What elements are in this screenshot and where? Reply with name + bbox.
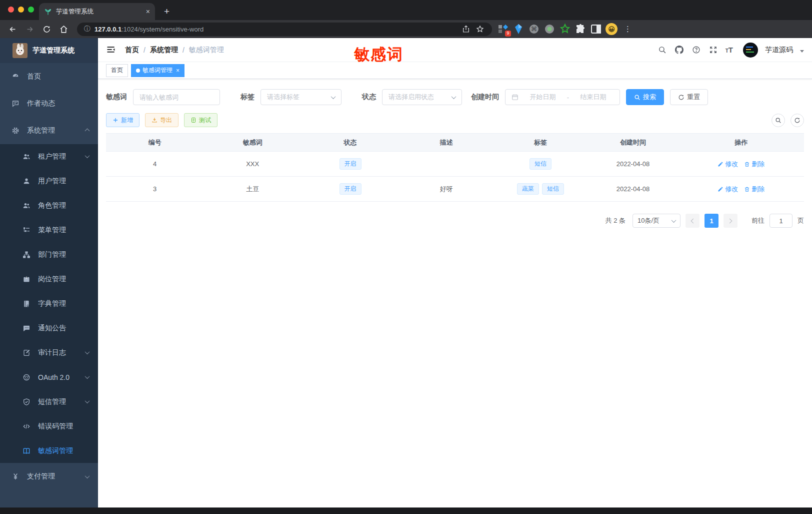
tag-tab-home[interactable]: 首页 <box>106 64 128 77</box>
keyword-input[interactable] <box>140 94 214 101</box>
font-size-icon[interactable]: TT <box>726 46 733 54</box>
page-size-select[interactable]: 10条/页 <box>632 214 680 228</box>
sidebar-item-error-code[interactable]: 错误码管理 <box>0 414 98 438</box>
breadcrumb-system[interactable]: 系统管理 <box>150 46 178 55</box>
site-info-icon[interactable]: ⓘ <box>84 25 90 34</box>
sidebar-item-sensitive-word[interactable]: 敏感词管理 <box>0 438 98 463</box>
address-bar[interactable]: ⓘ 127.0.0.1 :1024/system/sensitive-word <box>77 23 492 36</box>
fullscreen-icon[interactable] <box>708 45 718 55</box>
sidebar-item-menu[interactable]: 菜单管理 <box>0 218 98 242</box>
add-button[interactable]: 新增 <box>106 113 140 127</box>
chevron-down-icon <box>452 94 456 99</box>
cell-id: 3 <box>106 177 204 202</box>
zoom-window-button[interactable] <box>28 7 34 13</box>
sidebar-item-audit-log[interactable]: 审计日志 <box>0 340 98 365</box>
main-area: 敏感词 首页 / 系统管理 / 敏感词管理 <box>98 38 812 507</box>
test-button[interactable]: 测试 <box>184 113 218 127</box>
search-icon[interactable] <box>658 45 668 55</box>
chevron-down-icon[interactable] <box>800 50 804 53</box>
sidebar-item-system[interactable]: 系统管理 <box>0 117 98 144</box>
status-select[interactable]: 请选择启用状态 <box>382 89 462 105</box>
sidebar-item-dept[interactable]: 部门管理 <box>0 242 98 267</box>
edit-button[interactable]: 修改 <box>718 160 738 169</box>
comment-icon <box>22 324 31 333</box>
refresh-table-button[interactable] <box>790 114 804 127</box>
bookmark-star-icon[interactable] <box>476 25 484 33</box>
extension-grid-icon[interactable]: 9 <box>497 23 509 35</box>
delete-button[interactable]: 删除 <box>744 185 764 194</box>
cell-word: 土豆 <box>204 177 301 202</box>
sidebar-item-role[interactable]: 角色管理 <box>0 193 98 218</box>
tag-tab-sensitive-word[interactable]: 敏感词管理 × <box>131 64 184 77</box>
status-badge: 开启 <box>340 183 362 195</box>
log-icon <box>22 348 31 357</box>
browser-tab[interactable]: 芋道管理系统 × <box>39 3 155 20</box>
sidebar-item-notice[interactable]: 通知公告 <box>0 316 98 340</box>
favicon-plant-icon <box>44 8 52 16</box>
goto-page-input[interactable] <box>770 214 792 228</box>
status-label: 状态 <box>362 93 376 102</box>
user-avatar[interactable] <box>743 43 758 58</box>
delete-button[interactable]: 删除 <box>744 160 764 169</box>
home-icon[interactable] <box>56 22 70 36</box>
chevron-down-icon <box>85 374 90 379</box>
sidebar-item-pay[interactable]: 支付管理 <box>0 463 98 490</box>
side-panel-icon[interactable] <box>590 23 602 35</box>
date-range-picker[interactable]: 开始日期 - 结束日期 <box>505 89 620 105</box>
user-name[interactable]: 芋道源码 <box>765 46 793 55</box>
edit-button[interactable]: 修改 <box>718 185 738 194</box>
extension-record-icon[interactable] <box>544 23 556 35</box>
search-button[interactable]: 搜索 <box>626 89 664 105</box>
gear-icon <box>11 126 20 135</box>
sidebar-item-user[interactable]: 用户管理 <box>0 169 98 193</box>
show-search-toggle-button[interactable] <box>772 114 785 127</box>
share-icon[interactable] <box>462 25 470 33</box>
browser-toolbar: ⓘ 127.0.0.1 :1024/system/sensitive-word … <box>0 20 812 38</box>
table-header-cell: 敏感词 <box>204 134 301 152</box>
help-icon[interactable] <box>692 45 702 55</box>
close-icon[interactable]: × <box>176 67 180 74</box>
table-header-cell: 描述 <box>399 134 493 152</box>
tag-badge: 短信 <box>542 183 564 195</box>
github-icon[interactable] <box>674 45 684 55</box>
new-tab-button[interactable]: + <box>164 7 170 20</box>
collapse-sidebar-icon[interactable] <box>106 45 117 56</box>
treelist-icon <box>22 226 31 235</box>
tag-select[interactable]: 请选择标签 <box>260 89 342 105</box>
forward-icon[interactable] <box>22 22 36 36</box>
extension-kite-icon[interactable] <box>512 23 524 35</box>
sidebar-item-dict[interactable]: 字典管理 <box>0 291 98 316</box>
sidebar-item-oauth[interactable]: OAuth 2.0 <box>0 365 98 389</box>
reload-icon[interactable] <box>40 22 54 36</box>
extensions-row: 9 ⌘ 😀 ⋮ <box>497 23 632 35</box>
sidebar-item-tenant[interactable]: 租户管理 <box>0 144 98 169</box>
table-header-cell: 标签 <box>494 134 588 152</box>
breadcrumb-home[interactable]: 首页 <box>125 46 139 55</box>
sidebar-item-author-news[interactable]: 作者动态 <box>0 90 98 117</box>
sidebar-item-post[interactable]: 岗位管理 <box>0 267 98 291</box>
next-page-button[interactable] <box>724 214 738 228</box>
page-number-button[interactable]: 1 <box>704 214 718 228</box>
extensions-puzzle-icon[interactable] <box>574 23 586 35</box>
extension-green-star-icon[interactable] <box>559 23 571 35</box>
close-window-button[interactable] <box>8 7 14 13</box>
prev-page-button[interactable] <box>686 214 700 228</box>
browser-menu-icon[interactable]: ⋮ <box>624 25 632 34</box>
minimize-window-button[interactable] <box>18 7 24 13</box>
extension-command-icon[interactable]: ⌘ <box>528 23 540 35</box>
back-icon[interactable] <box>6 22 20 36</box>
sidebar-item-sms[interactable]: 短信管理 <box>0 389 98 414</box>
table-row: 4XXX开启短信2022-04-08修改删除 <box>106 152 804 177</box>
sidebar: 芋道管理系统 首页作者动态系统管理租户管理用户管理角色管理菜单管理部门管理岗位管… <box>0 38 98 507</box>
sidebar-item-home[interactable]: 首页 <box>0 63 98 90</box>
people-icon <box>22 152 31 161</box>
tags-view-bar: 首页 敏感词管理 × <box>98 62 812 79</box>
chevron-down-icon <box>85 349 90 354</box>
reset-button[interactable]: 重置 <box>670 89 708 105</box>
yen-icon <box>11 472 20 481</box>
browser-profile-avatar[interactable]: 😀 <box>606 23 618 35</box>
tab-close-icon[interactable]: × <box>146 8 150 16</box>
app-logo-rabbit <box>12 43 28 58</box>
export-button[interactable]: 导出 <box>145 113 178 127</box>
app-logo-row[interactable]: 芋道管理系统 <box>0 38 98 63</box>
